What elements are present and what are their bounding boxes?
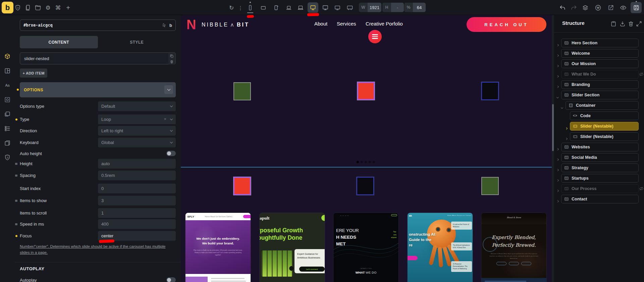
canvas-height-control[interactable]: H - (382, 3, 404, 12)
add-element-icon[interactable]: + (64, 4, 72, 11)
site-logo-n[interactable]: N (186, 18, 196, 31)
structure-row-websites[interactable]: Websites (561, 143, 639, 151)
structure-row-our-process[interactable]: Our Process (561, 184, 639, 193)
structure-row-slider-nestable-selected[interactable]: Slider (Nestable) (570, 122, 639, 131)
import-icon[interactable] (619, 20, 625, 27)
row-chevron[interactable] (557, 62, 560, 65)
nav-link-about[interactable]: About (314, 21, 327, 27)
structure-row-strategy[interactable]: Strategy (561, 163, 639, 172)
site-logo-text[interactable]: NIBBLE Λ BIT (202, 22, 250, 28)
row-chevron[interactable] (557, 187, 560, 190)
height-value[interactable]: - (391, 3, 404, 12)
breakpoint-desktop-selected[interactable] (308, 2, 318, 13)
shield-history-icon[interactable]: 3 (4, 154, 11, 161)
structure-row-contact[interactable]: Contact (561, 195, 639, 203)
type-select[interactable]: Loop × (98, 114, 176, 124)
options-collapse-button[interactable] (164, 85, 173, 94)
auto-height-toggle[interactable] (166, 151, 176, 156)
autoplay-toggle[interactable] (166, 277, 176, 282)
row-chevron[interactable] (557, 73, 560, 76)
row-chevron[interactable] (557, 177, 560, 180)
row-chevron[interactable] (557, 52, 560, 55)
canvas-width-control[interactable]: W 1921 (359, 3, 381, 12)
keyboard-select[interactable]: Global (98, 138, 176, 147)
slide-red-selected-2[interactable] (233, 177, 251, 195)
structure-row-what-we-do[interactable]: What We Do (561, 70, 639, 79)
focus-input[interactable]: center (98, 231, 176, 241)
breakpoint-tablet-landscape-icon[interactable] (260, 4, 267, 11)
width-value[interactable]: 1921 (368, 3, 381, 12)
options-accordion[interactable]: OPTIONS (20, 82, 176, 97)
gear-icon[interactable]: ⚙ (44, 4, 52, 11)
breakpoint-display-icon[interactable] (334, 4, 341, 11)
direction-select[interactable]: Left to right (98, 126, 176, 136)
spacing-input[interactable]: 0.5rem (98, 171, 176, 180)
structure-row-slider-nestable[interactable]: Slider (Nestable) (570, 132, 639, 141)
slide-green-2[interactable] (481, 177, 499, 195)
structure-row-our-mission[interactable]: Our Mission (561, 59, 639, 68)
row-chevron[interactable] (557, 145, 560, 149)
slide-black-1[interactable] (481, 82, 499, 100)
wordpress-icon[interactable]: W (594, 4, 602, 11)
portfolio-card-ai[interactable]: ak Home About Resources Contact onstruct… (408, 213, 473, 282)
row-chevron-expanded[interactable] (557, 93, 560, 97)
slide-green-1[interactable] (233, 82, 251, 100)
list-details-icon[interactable] (4, 125, 11, 132)
canvas-zoom-control[interactable]: % 64 (404, 3, 426, 12)
portfolio-card-tech[interactable]: — — — — ERE YOUR H NEEDS MET Top- solu e… (333, 213, 398, 282)
trash-icon[interactable] (628, 20, 634, 27)
tab-style[interactable]: STYLE (98, 36, 176, 48)
breakpoint-tv-icon[interactable] (346, 4, 354, 11)
clear-value-icon[interactable]: × (164, 116, 166, 122)
pagination-dot[interactable] (361, 161, 363, 163)
clone-item-button[interactable] (168, 53, 175, 59)
row-chevron[interactable] (566, 125, 569, 128)
structure-row-startups[interactable]: Startups (561, 174, 639, 183)
clipboard-icon[interactable] (610, 20, 616, 27)
structure-row-branding[interactable]: Branding (561, 80, 639, 89)
hamburger-menu-button[interactable] (368, 30, 382, 43)
height-input[interactable]: auto (98, 159, 176, 169)
tab-content[interactable]: CONTENT (20, 36, 98, 48)
items-to-show-input[interactable]: 3 (98, 196, 176, 205)
eye-off-icon[interactable] (639, 186, 644, 191)
portfolio-card-coffee[interactable]: Blend & Brew Expertly Blended, Perfectly… (481, 213, 546, 282)
cursor-icon[interactable] (162, 23, 167, 28)
preview-eye-icon[interactable] (620, 4, 627, 11)
row-chevron[interactable] (557, 197, 560, 201)
save-button[interactable] (631, 2, 642, 13)
row-chevron[interactable] (557, 83, 560, 86)
start-index-input[interactable]: 0 (98, 184, 176, 193)
undo-icon[interactable] (559, 4, 566, 11)
slide-red-selected-1[interactable] (357, 82, 375, 100)
breakpoint-laptop-small-icon[interactable] (285, 4, 292, 11)
pagination-dot[interactable] (365, 161, 367, 163)
css-selector-input[interactable] (23, 23, 159, 28)
layout-grid-icon[interactable] (4, 67, 11, 75)
image-placeholder-icon[interactable] (4, 96, 11, 103)
pagination-dot[interactable] (373, 161, 375, 163)
row-chevron[interactable] (557, 166, 560, 170)
structure-row-hero-section[interactable]: Hero Section (561, 39, 639, 47)
canvas-scrollbar[interactable] (552, 15, 554, 282)
overlap-frames-icon[interactable] (4, 110, 11, 118)
row-chevron[interactable] (566, 135, 569, 138)
repeater-item-slider-nested[interactable]: slider-nested (20, 52, 176, 64)
folder-icon[interactable] (34, 4, 42, 11)
eye-off-icon[interactable] (639, 72, 644, 77)
row-chevron-expanded[interactable] (561, 104, 565, 107)
structure-row-social-media[interactable]: Social Media (561, 153, 639, 162)
expand-panel-icon[interactable] (636, 20, 642, 27)
kebab-menu-icon[interactable]: ⋮ (237, 4, 244, 11)
command-shortcuts-icon[interactable]: ⌘ (54, 4, 62, 11)
breakpoint-desktop-large-icon[interactable] (322, 4, 329, 11)
pages-icon[interactable] (24, 4, 32, 11)
speed-input[interactable]: 400 (98, 219, 176, 229)
items-to-scroll-input[interactable]: 1 (98, 208, 176, 218)
pagination-dot[interactable] (369, 161, 371, 163)
portfolio-card-catapult[interactable]: tapult rposeful Growth oughtfully Done E… (260, 213, 325, 282)
row-chevron[interactable] (557, 41, 560, 45)
refresh-icon[interactable]: ↻ (228, 4, 235, 11)
breakpoint-phone-icon[interactable] (247, 4, 254, 11)
delete-item-button[interactable] (168, 59, 175, 64)
